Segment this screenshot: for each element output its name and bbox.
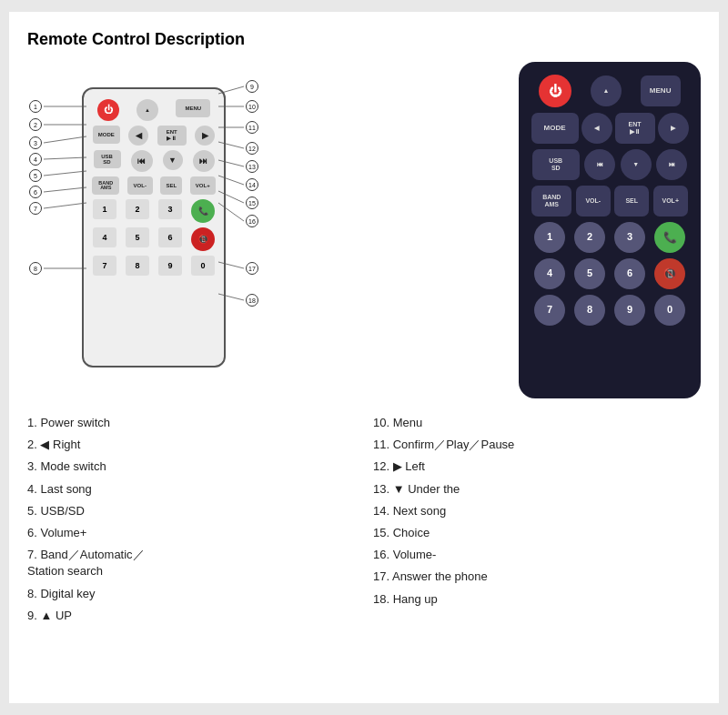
desc-item-1: 1. Power switch (27, 415, 355, 431)
remote-num3-btn[interactable]: 3 (614, 222, 645, 253)
remote-row-4: BANDAMS VOL- SEL VOL+ (530, 186, 690, 217)
remote-row-5: 1 2 3 📞 (530, 222, 690, 253)
diag-right-btn: ▶ (195, 126, 215, 146)
remote-num4-btn[interactable]: 4 (534, 258, 565, 289)
svg-line-5 (44, 187, 86, 192)
diag-num8: 8 (126, 256, 149, 276)
desc-item-15: 15. Choice (373, 525, 701, 541)
real-remote: ⏻ ▲ MENU MODE ◀ ENT▶⏸ ▶ USBSD ⏮ ▼ ⏭ BAND… (519, 62, 701, 398)
diag-num3: 3 (158, 199, 182, 219)
remote-next-btn[interactable]: ⏭ (656, 149, 687, 180)
diag-mode-btn: MODE (93, 126, 120, 144)
remote-row-7: 7 8 9 0 (530, 295, 690, 326)
desc-item-5: 5. USB/SD (27, 503, 355, 519)
desc-item-9: 9. ▲ UP (27, 608, 355, 624)
desc-item-2: 2. ◀ Right (27, 437, 355, 453)
remote-volplus-btn[interactable]: VOL+ (653, 186, 688, 217)
remote-num1-btn[interactable]: 1 (534, 222, 565, 253)
svg-line-6 (44, 203, 86, 208)
svg-line-4 (44, 171, 86, 176)
remote-prev-btn[interactable]: ⏮ (584, 149, 615, 180)
diag-call-btn: 📞 (191, 199, 215, 223)
diagram-area: ⏻ ▲ MENU MODE ◀ ENT▶⏸ ▶ USBSD ⏮ (27, 62, 300, 398)
callout-12: 12 (246, 142, 258, 155)
desc-item-14: 14. Next song (373, 503, 701, 519)
remote-call-btn[interactable]: 📞 (654, 222, 685, 253)
diag-menu-btn: MENU (176, 99, 210, 117)
callout-17: 17 (246, 262, 258, 275)
desc-item-8: 8. Digital key (27, 586, 355, 602)
diag-up-btn: ▲ (136, 99, 158, 121)
main-container: Remote Control Description ⏻ ▲ MENU MODE (9, 12, 719, 703)
remote-usb-btn[interactable]: USBSD (532, 149, 580, 180)
desc-item-7: 7. Band／Automatic／ Station search (27, 547, 355, 579)
desc-item-4: 4. Last song (27, 481, 355, 498)
desc-item-13: 13. ▼ Under the (373, 481, 701, 498)
callout-10: 10 (246, 100, 258, 113)
page-title: Remote Control Description (27, 30, 701, 49)
remote-row-2: MODE ◀ ENT▶⏸ ▶ (530, 113, 690, 144)
diag-prev-btn: ⏮ (131, 150, 153, 172)
description-section: 1. Power switch2. ◀ Right3. Mode switch4… (27, 415, 701, 624)
diag-num6: 6 (158, 227, 182, 247)
callout-5: 5 (29, 169, 42, 182)
diag-next-btn: ⏭ (193, 150, 215, 172)
remote-menu-btn[interactable]: MENU (641, 76, 681, 106)
remote-num8-btn[interactable]: 8 (574, 295, 605, 326)
desc-item-11: 11. Confirm／Play／Pause (373, 437, 701, 453)
remote-left-btn[interactable]: ◀ (581, 113, 612, 144)
remote-num9-btn[interactable]: 9 (614, 295, 645, 326)
callout-1: 1 (29, 100, 42, 113)
remote-num5-btn[interactable]: 5 (574, 258, 605, 289)
remote-row-1: ⏻ ▲ MENU (530, 75, 690, 107)
remote-sel-btn[interactable]: SEL (614, 186, 649, 217)
remote-row-6: 4 5 6 📵 (530, 258, 690, 289)
remote-num7-btn[interactable]: 7 (534, 295, 565, 326)
callout-4: 4 (29, 153, 42, 166)
top-section: ⏻ ▲ MENU MODE ◀ ENT▶⏸ ▶ USBSD ⏮ (27, 62, 701, 398)
diag-num0: 0 (191, 256, 215, 276)
diag-volminus-btn: VOL- (127, 176, 153, 195)
diag-down-btn: ▼ (163, 150, 183, 170)
desc-col-right: 10. Menu11. Confirm／Play／Pause12. ▶ Left… (373, 415, 701, 624)
diag-left-btn: ◀ (128, 126, 148, 146)
remote-down-btn[interactable]: ▼ (621, 149, 652, 180)
desc-item-3: 3. Mode switch (27, 458, 355, 475)
diag-num9: 9 (158, 256, 182, 276)
callout-3: 3 (29, 136, 42, 149)
remote-endcall-btn[interactable]: 📵 (654, 258, 685, 289)
diag-usb-btn: USBSD (94, 150, 121, 168)
diag-endcall-btn: 📵 (191, 227, 215, 251)
diag-num1: 1 (93, 199, 116, 219)
svg-line-3 (44, 157, 86, 159)
callout-6: 6 (29, 186, 42, 198)
remote-right-btn[interactable]: ▶ (658, 113, 689, 144)
desc-item-6: 6. Volume+ (27, 525, 355, 541)
diag-num2: 2 (126, 199, 149, 219)
remote-mode-btn[interactable]: MODE (531, 113, 579, 144)
callout-9: 9 (246, 80, 258, 93)
callout-18: 18 (246, 294, 258, 307)
remote-num2-btn[interactable]: 2 (574, 222, 605, 253)
desc-item-10: 10. Menu (373, 415, 701, 431)
remote-volminus-btn[interactable]: VOL- (576, 186, 611, 217)
callout-15: 15 (246, 196, 258, 209)
diag-num4: 4 (93, 227, 116, 247)
desc-col-left: 1. Power switch2. ◀ Right3. Mode switch4… (27, 415, 355, 624)
callout-14: 14 (246, 178, 258, 191)
remote-ent-btn[interactable]: ENT▶⏸ (615, 113, 655, 144)
callout-7: 7 (29, 202, 42, 215)
diag-num5: 5 (126, 227, 149, 247)
callout-11: 11 (246, 121, 258, 134)
diag-volplus-btn: VOL+ (190, 176, 216, 195)
callout-16: 16 (246, 215, 258, 227)
remote-power-btn[interactable]: ⏻ (539, 75, 571, 107)
remote-band-btn[interactable]: BANDAMS (531, 186, 571, 217)
desc-item-16: 16. Volume- (373, 547, 701, 563)
callout-8: 8 (29, 262, 42, 275)
desc-item-12: 12. ▶ Left (373, 458, 701, 475)
callout-2: 2 (29, 118, 42, 131)
remote-num6-btn[interactable]: 6 (614, 258, 645, 289)
remote-up-btn[interactable]: ▲ (591, 76, 622, 106)
remote-num0-btn[interactable]: 0 (654, 295, 685, 326)
